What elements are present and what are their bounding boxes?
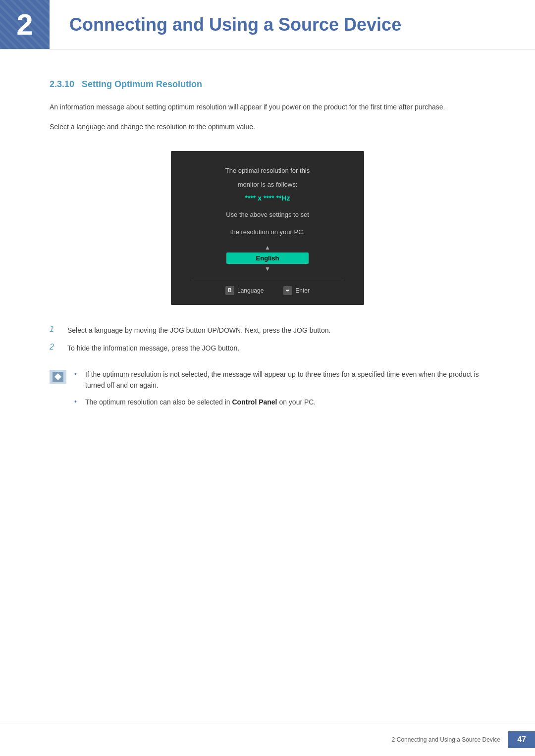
page-number-badge: 47 <box>508 731 535 748</box>
notes-list: • If the optimum resolution is not selec… <box>74 369 485 414</box>
step-1: 1 Select a language by moving the JOG bu… <box>50 325 485 336</box>
note-item-2: • The optimum resolution can also be sel… <box>74 397 485 407</box>
selected-language: English <box>226 252 309 264</box>
language-icon: B <box>225 286 234 295</box>
section-title: Setting Optimum Resolution <box>82 79 202 89</box>
chapter-number-block: 2 <box>0 0 50 49</box>
header-title-block: Connecting and Using a Source Device <box>50 0 535 49</box>
step-2-text: To hide the information message, press t… <box>67 343 239 353</box>
page-footer: 2 Connecting and Using a Source Device 4… <box>0 723 535 756</box>
arrow-down-icon: ▼ <box>265 266 270 272</box>
monitor-dialog-wrapper: The optimal resolution for this monitor … <box>50 151 485 305</box>
bullet-2: • <box>74 398 80 405</box>
intro-paragraph-1: An information message about setting opt… <box>50 101 485 113</box>
footer-enter-label: Enter <box>295 287 310 294</box>
chapter-title: Connecting and Using a Source Device <box>69 14 401 35</box>
section-heading: 2.3.10 Setting Optimum Resolution <box>50 79 485 90</box>
steps-list: 1 Select a language by moving the JOG bu… <box>50 325 485 354</box>
step-2: 2 To hide the information message, press… <box>50 343 485 353</box>
dialog-instruction1: Use the above settings to set <box>191 210 344 220</box>
notes-section: • If the optimum resolution is not selec… <box>50 369 485 414</box>
page-header: 2 Connecting and Using a Source Device <box>0 0 535 50</box>
step-1-number: 1 <box>50 325 59 334</box>
note-text-2: The optimum resolution can also be selec… <box>85 397 316 407</box>
dialog-resolution: **** x **** **Hz <box>191 194 344 202</box>
intro-paragraph-2: Select a language and change the resolut… <box>50 121 485 133</box>
main-content: 2.3.10 Setting Optimum Resolution An inf… <box>0 50 535 454</box>
dialog-footer: B Language ↵ Enter <box>191 280 344 295</box>
enter-icon: ↵ <box>283 286 292 295</box>
language-selector: ▲ English ▼ <box>191 245 344 272</box>
step-2-number: 2 <box>50 343 59 352</box>
note-icon <box>50 370 66 384</box>
monitor-dialog: The optimal resolution for this monitor … <box>171 151 364 305</box>
footer-chapter-text: 2 Connecting and Using a Source Device <box>392 736 500 743</box>
arrow-up-icon: ▲ <box>265 245 270 251</box>
chapter-number: 2 <box>16 7 33 42</box>
section-number: 2.3.10 <box>50 79 74 89</box>
footer-language-item: B Language <box>225 286 264 295</box>
dialog-instruction2: the resolution on your PC. <box>191 227 344 238</box>
dialog-line2: monitor is as follows: <box>191 180 344 190</box>
note-icon-inner <box>53 372 63 382</box>
step-1-text: Select a language by moving the JOG butt… <box>67 325 330 336</box>
note-text-1: If the optimum resolution is not selecte… <box>85 369 485 391</box>
note-item-1: • If the optimum resolution is not selec… <box>74 369 485 391</box>
footer-language-label: Language <box>237 287 264 294</box>
bullet-1: • <box>74 370 80 378</box>
pencil-icon <box>54 373 61 380</box>
dialog-line1: The optimal resolution for this <box>191 166 344 176</box>
footer-enter-item: ↵ Enter <box>283 286 310 295</box>
